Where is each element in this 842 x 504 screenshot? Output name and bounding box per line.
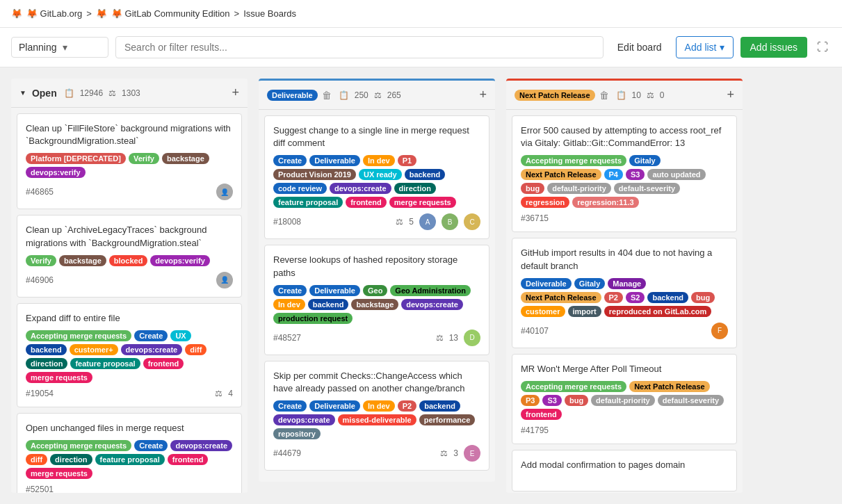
label[interactable]: backstage (162, 153, 209, 164)
label[interactable]: devops:verify (150, 255, 210, 266)
label[interactable]: In dev (363, 155, 395, 166)
label[interactable]: customer (521, 306, 565, 317)
label[interactable]: backend (647, 292, 688, 303)
label[interactable]: Manage (608, 278, 646, 289)
label[interactable]: missed-deliverable (338, 414, 416, 425)
label[interactable]: Deliverable (309, 285, 360, 296)
label[interactable]: auto updated (647, 169, 705, 180)
label[interactable]: code review (273, 183, 327, 194)
label[interactable]: P2 (604, 292, 623, 303)
label[interactable]: performance (419, 414, 476, 425)
column-trash-button[interactable]: 🗑 (322, 90, 332, 101)
label[interactable]: Next Patch Release (521, 169, 601, 180)
nav-gitlab-org[interactable]: 🦊 GitLab.org (26, 8, 82, 19)
label[interactable]: S3 (542, 395, 561, 406)
label[interactable]: feature proposal (95, 454, 165, 465)
label[interactable]: diff (185, 344, 207, 355)
label[interactable]: merge requests (26, 468, 92, 479)
label[interactable]: devops:create (170, 440, 232, 451)
label[interactable]: Accepting merge requests (521, 381, 626, 392)
label[interactable]: backend (405, 169, 446, 180)
label[interactable]: feature proposal (273, 197, 343, 208)
label[interactable]: Create (273, 155, 307, 166)
label[interactable]: Accepting merge requests (26, 330, 131, 341)
label[interactable]: bug (521, 183, 544, 194)
label[interactable]: Geo (363, 285, 387, 296)
label[interactable]: Create (273, 400, 307, 412)
label[interactable]: merge requests (389, 197, 456, 208)
label[interactable]: P3 (521, 395, 540, 406)
label[interactable]: reproduced on GitLab.com (604, 306, 712, 317)
label[interactable]: Accepting merge requests (26, 440, 131, 451)
label[interactable]: Create (134, 330, 168, 341)
label[interactable]: devops:create (121, 344, 183, 355)
label[interactable]: customer+ (70, 344, 118, 355)
label[interactable]: diff (26, 454, 47, 465)
label[interactable]: Create (273, 285, 307, 296)
label[interactable]: frontend (346, 197, 387, 208)
edit-board-button[interactable]: Edit board (610, 37, 669, 58)
label[interactable]: devops:create (273, 414, 335, 425)
label[interactable]: Gitaly (629, 155, 661, 166)
label[interactable]: default-priority (547, 183, 611, 194)
label[interactable]: S3 (626, 169, 645, 180)
label[interactable]: Deliverable (309, 155, 360, 166)
label[interactable]: S2 (626, 292, 645, 303)
label[interactable]: Next Patch Release (521, 292, 601, 303)
label[interactable]: backend (308, 299, 349, 310)
label[interactable]: regression:11.3 (572, 197, 638, 208)
label[interactable]: production request (273, 313, 353, 324)
label[interactable]: feature proposal (70, 358, 140, 369)
label[interactable]: default-severity (614, 183, 680, 194)
label[interactable]: Product Vision 2019 (273, 169, 356, 180)
column-trash-button[interactable]: 🗑 (599, 90, 609, 101)
label[interactable]: In dev (273, 299, 305, 310)
label[interactable]: devops:verify (26, 167, 86, 178)
fullscreen-button[interactable]: ⛶ (814, 38, 831, 56)
board-selector[interactable]: Planning ▾ (11, 37, 108, 58)
label[interactable]: merge requests (26, 372, 92, 383)
label[interactable]: Verify (26, 255, 56, 266)
label[interactable]: frontend (168, 454, 209, 465)
label[interactable]: P1 (398, 155, 416, 166)
label[interactable]: backend (26, 344, 67, 355)
column-add-button[interactable]: + (479, 88, 487, 102)
label[interactable]: Deliverable (521, 278, 572, 289)
label[interactable]: UX ready (359, 169, 402, 180)
label[interactable]: Deliverable (309, 400, 360, 412)
label[interactable]: regression (521, 197, 569, 208)
label[interactable]: Create (134, 440, 168, 451)
column-add-button[interactable]: + (727, 88, 734, 102)
label[interactable]: bug (565, 395, 588, 406)
label[interactable]: backstage (351, 299, 398, 310)
label[interactable]: P2 (398, 400, 416, 412)
label[interactable]: repository (273, 428, 321, 439)
add-issues-button[interactable]: Add issues (740, 37, 807, 58)
label[interactable]: In dev (363, 400, 395, 412)
label[interactable]: frontend (521, 409, 562, 420)
search-input[interactable] (115, 36, 604, 58)
label[interactable]: blocked (109, 255, 148, 266)
label[interactable]: Gitaly (574, 278, 606, 289)
label[interactable]: Geo Administration (390, 285, 471, 296)
label[interactable]: default-severity (658, 395, 724, 406)
label[interactable]: bug (691, 292, 715, 303)
label[interactable]: frontend (143, 358, 184, 369)
label[interactable]: Next Patch Release (629, 381, 710, 392)
label[interactable]: devops:create (330, 183, 391, 194)
label[interactable]: devops:create (401, 299, 463, 310)
label[interactable]: Verify (129, 153, 159, 164)
label[interactable]: default-priority (591, 395, 655, 406)
nav-gitlab-ce[interactable]: 🦊 GitLab Community Edition (111, 8, 230, 19)
label[interactable]: Platform [DEPRECATED] (26, 153, 126, 164)
label[interactable]: backstage (59, 255, 106, 266)
collapse-icon[interactable]: ▼ (19, 89, 26, 97)
label[interactable]: UX (170, 330, 191, 341)
add-list-button[interactable]: Add list ▾ (676, 36, 734, 58)
label[interactable]: direction (394, 183, 436, 194)
label[interactable]: Accepting merge requests (521, 155, 626, 166)
label[interactable]: import (568, 306, 601, 317)
label[interactable]: P4 (604, 169, 623, 180)
label[interactable]: backend (419, 400, 460, 412)
label[interactable]: direction (50, 454, 92, 465)
